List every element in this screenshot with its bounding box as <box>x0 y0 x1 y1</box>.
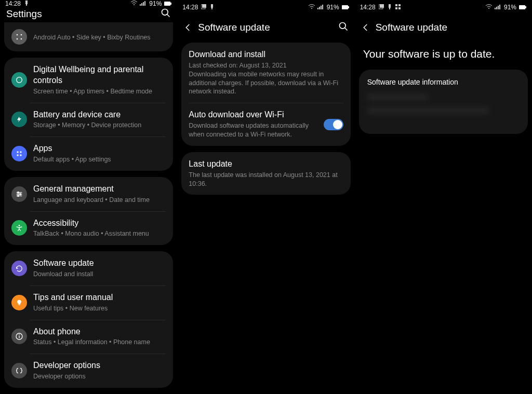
status-time: 14:28 <box>5 0 21 7</box>
item-subtitle: Useful tips • New features <box>33 304 166 313</box>
svg-point-35 <box>311 8 312 9</box>
item-title: Download and install <box>189 49 343 60</box>
svg-point-18 <box>17 154 19 156</box>
wifi-icon <box>308 4 315 11</box>
svg-rect-29 <box>19 336 19 338</box>
svg-rect-46 <box>389 4 391 8</box>
svg-point-16 <box>17 151 19 153</box>
item-subtitle: Storage • Memory • Device protection <box>33 121 166 130</box>
svg-rect-36 <box>317 8 318 9</box>
item-title: Last update <box>189 159 343 170</box>
about-icon <box>11 329 27 344</box>
tips-icon <box>11 295 27 310</box>
svg-point-13 <box>17 38 18 40</box>
svg-rect-5 <box>143 2 144 6</box>
item-subtitle: Developer options <box>33 372 166 381</box>
svg-point-17 <box>20 151 22 153</box>
svg-point-25 <box>18 195 19 197</box>
svg-rect-48 <box>395 4 397 6</box>
update-item[interactable]: Download and installLast checked on: Aug… <box>181 43 350 103</box>
item-subtitle: Screen time • App timers • Bedtime mode <box>33 87 166 96</box>
page-title: Software update <box>376 22 526 33</box>
status-bar: 14:28 91% <box>0 0 177 7</box>
item-title: Tips and user manual <box>33 292 166 303</box>
svg-rect-58 <box>525 6 526 8</box>
search-icon[interactable] <box>161 8 171 20</box>
settings-item[interactable]: AppsDefault apps • App settings <box>4 137 173 171</box>
screen-settings: 14:28 91% Settings Android Auto • Side k… <box>0 0 177 394</box>
dev-icon <box>11 363 27 378</box>
svg-rect-30 <box>19 334 19 335</box>
settings-item[interactable]: About phoneStatus • Legal information • … <box>4 320 173 354</box>
svg-rect-40 <box>342 5 348 9</box>
dev-mode-icon <box>209 4 215 11</box>
svg-point-19 <box>20 154 22 156</box>
svg-rect-6 <box>144 1 145 6</box>
svg-rect-33 <box>211 4 213 8</box>
item-title: Battery and device care <box>33 110 166 120</box>
update-info-card[interactable]: Software update information <box>359 70 528 134</box>
back-button[interactable] <box>361 23 376 32</box>
redacted-line <box>367 93 428 101</box>
page-title: Settings <box>6 8 161 20</box>
advanced-icon <box>11 29 27 45</box>
item-subtitle: The last update was installed on August … <box>189 171 343 188</box>
svg-point-11 <box>17 34 18 36</box>
settings-group: Software updateDownload and installTips … <box>4 251 173 388</box>
dev-mode-icon <box>24 0 29 7</box>
item-subtitle: Last checked on: August 13, 2021 Downloa… <box>189 61 343 97</box>
item-title: Software update <box>33 258 166 269</box>
search-icon[interactable] <box>338 21 349 34</box>
settings-item[interactable]: General managementLanguage and keyboard … <box>4 177 173 211</box>
status-headline: Your software is up to date. <box>355 40 532 70</box>
item-title: Accessibility <box>33 218 166 229</box>
settings-item[interactable]: Developer optionsDeveloper options <box>4 354 173 388</box>
svg-rect-55 <box>498 6 499 9</box>
battery-icon <box>518 5 527 10</box>
page-title: Software update <box>198 22 338 33</box>
svg-point-42 <box>339 23 345 29</box>
item-subtitle: TalkBack • Mono audio • Assistant menu <box>33 229 166 238</box>
item-subtitle: Download and install <box>33 270 166 279</box>
update-item[interactable]: Auto download over Wi-FiDownload softwar… <box>181 103 350 146</box>
battery-text: 91% <box>149 0 162 7</box>
svg-point-12 <box>21 34 22 36</box>
general-icon <box>11 186 27 202</box>
signal-icon <box>495 4 502 11</box>
screen-software-update: 14:28 91% Software update Download and i… <box>177 0 354 394</box>
settings-item[interactable]: AccessibilityTalkBack • Mono audio • Ass… <box>4 211 173 246</box>
svg-point-52 <box>488 8 489 9</box>
item-title: Developer options <box>33 360 166 371</box>
svg-rect-47 <box>389 8 390 9</box>
settings-item[interactable]: Tips and user manualUseful tips • New fe… <box>4 286 173 320</box>
svg-rect-41 <box>348 6 349 8</box>
settings-item[interactable]: Battery and device careStorage • Memory … <box>4 103 173 137</box>
battery-icon <box>341 5 350 10</box>
update-item[interactable]: Last updateThe last update was installed… <box>181 152 350 195</box>
settings-item[interactable]: Android Auto • Side key • Bixby Routines <box>4 22 173 51</box>
svg-rect-39 <box>322 5 323 9</box>
wifi-autodownload-toggle[interactable] <box>324 119 343 130</box>
battery-icon <box>164 1 172 6</box>
svg-point-14 <box>21 38 22 40</box>
item-subtitle: Language and keyboard • Date and time <box>33 196 166 205</box>
settings-item[interactable]: Software updateDownload and install <box>4 251 173 286</box>
header: Software update <box>177 15 354 40</box>
item-subtitle: Status • Legal information • Phone name <box>33 338 166 347</box>
grid-icon <box>395 4 401 11</box>
svg-point-9 <box>162 9 168 15</box>
update-icon <box>11 261 27 276</box>
item-title: Apps <box>33 143 166 154</box>
settings-item[interactable]: Digital Wellbeing and parental controlsS… <box>4 58 173 102</box>
settings-list: Android Auto • Side key • Bixby Routines… <box>0 20 177 394</box>
svg-line-10 <box>167 14 170 17</box>
svg-rect-50 <box>395 7 397 9</box>
back-button[interactable] <box>183 23 198 32</box>
svg-rect-54 <box>496 7 497 9</box>
status-time: 14:28 <box>360 4 376 11</box>
settings-group: General managementLanguage and keyboard … <box>4 177 173 245</box>
item-title: About phone <box>33 327 166 337</box>
svg-rect-38 <box>321 6 322 9</box>
svg-rect-4 <box>141 3 142 6</box>
settings-group: Digital Wellbeing and parental controlsS… <box>4 58 173 171</box>
